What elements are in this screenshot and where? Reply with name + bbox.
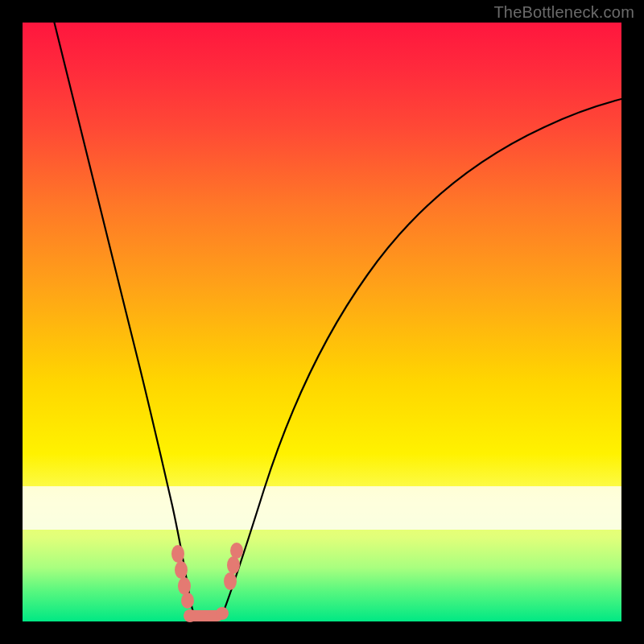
marker-dot bbox=[216, 607, 229, 620]
plot-area bbox=[23, 23, 621, 621]
marker-dot bbox=[184, 609, 196, 622]
curve-svg bbox=[23, 23, 621, 621]
marker-dot bbox=[178, 577, 191, 595]
marker-dot bbox=[181, 592, 194, 609]
marker-dot bbox=[224, 572, 237, 590]
watermark-text: TheBottleneck.com bbox=[493, 3, 634, 22]
chart-frame: TheBottleneck.com bbox=[0, 0, 644, 644]
marker-dot bbox=[227, 556, 240, 574]
marker-dot bbox=[175, 561, 188, 579]
curve-left bbox=[53, 18, 196, 620]
marker-dot bbox=[171, 545, 184, 563]
marker-dot bbox=[230, 543, 243, 559]
curve-right bbox=[222, 98, 625, 615]
